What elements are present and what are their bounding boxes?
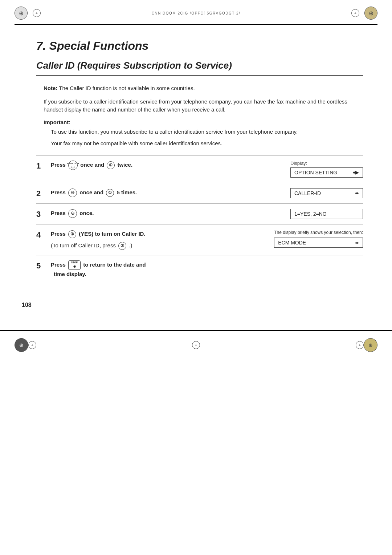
step1-once-and: once and xyxy=(80,162,106,168)
main-content: 7. Special Functions Caller ID (Requires… xyxy=(0,25,392,298)
display-note-4: The display briefly shows your selection… xyxy=(274,230,363,236)
display-arrow-1: ♦▶ xyxy=(353,170,359,175)
step-display-4: The display briefly shows your selection… xyxy=(267,230,363,248)
step-display-3: 1=YES, 2=NO xyxy=(283,209,363,219)
menu-button-icon-3: ⊖ xyxy=(68,209,77,218)
step-row-2: 2 Press ⊖ once and ① 5 times. CALLER-ID … xyxy=(36,183,363,204)
note-paragraph: Note: The Caller ID function is not avai… xyxy=(36,84,363,93)
reg-mark-top-right-inner: + xyxy=(351,9,359,17)
page-number: 108 xyxy=(0,302,392,308)
important-label: Important: xyxy=(36,119,363,125)
display-arrow-2: ⬌ xyxy=(355,190,359,196)
step-content-2: Press ⊖ once and ① 5 times. xyxy=(47,188,283,197)
chapter-title: 7. Special Functions xyxy=(36,39,363,53)
circle-2-icon-4: ② xyxy=(118,242,126,250)
step-content-3: Press ⊖ once. xyxy=(47,209,283,218)
reg-mark-bottom-center: + xyxy=(192,341,200,349)
step-display-2: CALLER-ID ⬌ xyxy=(283,188,363,198)
note-label: Note: xyxy=(44,85,57,91)
stop-button-icon: STOP ◉ xyxy=(68,260,81,270)
step-row-3: 3 Press ⊖ once. 1=YES, 2=NO xyxy=(36,204,363,224)
step-number-4: 4 xyxy=(36,230,47,240)
step-display-1: Display: OPTION SETTING ♦▶ xyxy=(283,161,363,178)
step-number-5: 5 xyxy=(36,260,47,271)
reg-mark-top-left-inner: + xyxy=(33,9,41,17)
reg-mark-bottom-right-outer: ⊕ xyxy=(364,338,377,352)
reg-mark-bottom-left-outer: ⊕ xyxy=(15,338,28,352)
step-number-2: 2 xyxy=(36,188,47,198)
step-content-5: Press STOP ◉ to return to the date and t… xyxy=(47,260,283,279)
funktion-button-icon: FUNKTION ◡ xyxy=(68,161,78,170)
display-box-2: CALLER-ID ⬌ xyxy=(290,188,363,198)
step-number-1: 1 xyxy=(36,161,47,171)
menu-button-icon-2: ⊖ xyxy=(68,189,77,197)
reg-mark-bottom-left-inner: + xyxy=(28,341,36,349)
bottom-marks: ⊕ + + + ⊕ xyxy=(0,335,392,356)
display-arrow-4: ⬌ xyxy=(355,240,359,246)
circle-1-icon-2: ① xyxy=(106,189,114,197)
header-marks: ⊕ + CNN DQQM 2CIG /QPFC[ 5GRVGODGT 2/ + … xyxy=(0,0,392,23)
step1-circle-1-icon: ① xyxy=(107,161,115,169)
step-row-4: 4 Press ① (YES) to turn on Caller ID. (T… xyxy=(36,224,363,255)
step-number-3: 3 xyxy=(36,209,47,219)
header-code-text: CNN DQQM 2CIG /QPFC[ 5GRVGODGT 2/ xyxy=(152,11,241,15)
display-box-1: OPTION SETTING ♦▶ xyxy=(290,167,363,178)
intro-paragraph: If you subscribe to a caller identificat… xyxy=(36,98,363,114)
reg-mark-top-left-outer: ⊕ xyxy=(15,7,28,20)
important-text-2: Your fax may not be compatible with some… xyxy=(36,139,363,148)
section-title: Caller ID (Requires Subscription to Serv… xyxy=(36,60,363,76)
display-box-3: 1=YES, 2=NO xyxy=(290,209,363,219)
bottom-section: ⊕ + + + ⊕ xyxy=(0,330,392,356)
important-text-1: To use this function, you must subscribe… xyxy=(36,127,363,136)
step1-press-label: Press xyxy=(51,162,67,168)
reg-mark-top-right-outer: ⊕ xyxy=(364,7,377,20)
step-content-1: Press FUNKTION ◡ once and ① twice. xyxy=(47,161,283,170)
step-row-1: 1 Press FUNKTION ◡ once and ① twice. Dis… xyxy=(36,155,363,183)
step-row-5: 5 Press STOP ◉ to return to the date and… xyxy=(36,255,363,284)
steps-section: 1 Press FUNKTION ◡ once and ① twice. Dis… xyxy=(36,155,363,284)
display-box-4: ECM MODE ⬌ xyxy=(274,238,363,248)
reg-mark-bottom-right-inner: + xyxy=(356,341,364,349)
display-label-1: Display: xyxy=(290,161,363,166)
step1-twice: twice. xyxy=(117,162,132,168)
circle-1-icon-4: ① xyxy=(68,230,76,238)
step4-sub: (To turn off Caller ID, press xyxy=(51,242,117,248)
step-content-4: Press ① (YES) to turn on Caller ID. (To … xyxy=(47,230,267,250)
